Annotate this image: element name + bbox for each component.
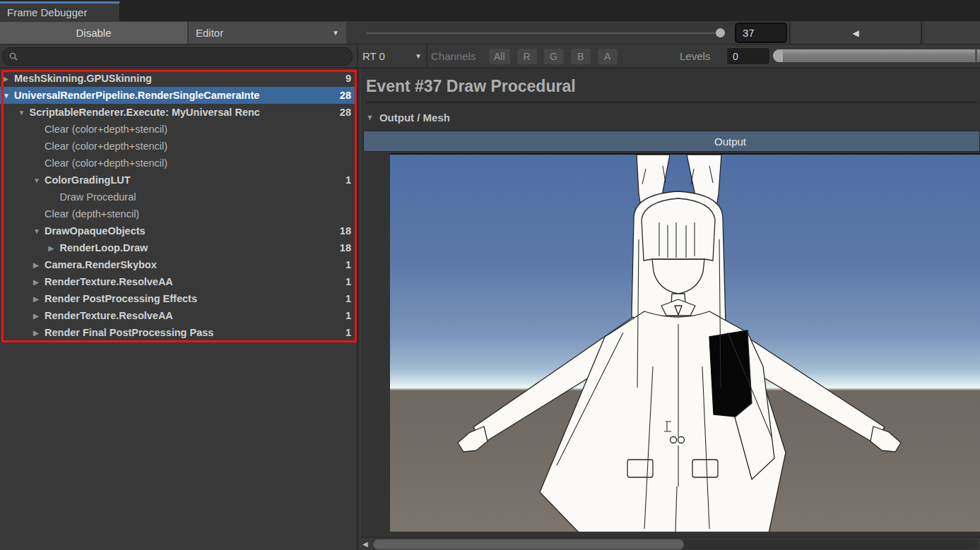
previous-event-button[interactable]: ◀	[789, 22, 922, 44]
levels-slider[interactable]	[773, 49, 980, 63]
event-count: 9	[346, 73, 357, 84]
event-label: Draw Procedural	[60, 191, 352, 203]
character-render	[390, 155, 980, 532]
event-count: 18	[340, 225, 357, 237]
output-mesh-foldout[interactable]: ▼ Output / Mesh	[366, 106, 450, 128]
render-preview	[390, 153, 980, 532]
event-title: Event #37 Draw Procedural	[366, 71, 977, 103]
tree-row[interactable]: ▶Render PostProcessing Effects1	[0, 290, 357, 307]
event-count: 1	[346, 276, 357, 287]
tab-frame-debugger[interactable]: Frame Debugger	[0, 1, 120, 21]
event-label: RenderTexture.ResolveAA	[45, 310, 346, 321]
event-label: Clear (color+depth+stencil)	[45, 124, 351, 135]
event-slider-track[interactable]	[366, 32, 721, 34]
levels-label: Levels	[680, 45, 710, 67]
levels-slider-min-handle[interactable]	[773, 49, 783, 62]
event-details-panel: Event #37 Draw Procedural ▼ Output / Mes…	[360, 68, 980, 550]
foldout-collapsed-icon[interactable]: ▶	[33, 261, 45, 269]
foldout-expanded-icon[interactable]: ▼	[3, 92, 14, 100]
foldout-label: Output / Mesh	[379, 112, 450, 124]
event-count: 28	[340, 107, 357, 118]
search-input[interactable]	[18, 51, 329, 62]
foldout-expanded-icon[interactable]: ▼	[33, 177, 45, 184]
preview-toolbar: RT 0 ▼ Channels All R G B A Levels	[357, 45, 980, 67]
event-label: Camera.RenderSkybox	[45, 259, 346, 270]
event-slider-handle[interactable]	[716, 28, 725, 37]
foldout-collapsed-icon[interactable]: ▶	[33, 278, 45, 286]
event-label: ColorGradingLUT	[45, 174, 346, 186]
scroll-left-icon[interactable]: ◀	[362, 540, 368, 548]
event-count: 1	[346, 327, 357, 338]
horizontal-scrollbar[interactable]: ◀	[360, 537, 980, 550]
foldout-collapsed-icon[interactable]: ▶	[33, 295, 45, 303]
foldout-collapsed-icon[interactable]: ▶	[33, 329, 45, 337]
chevron-down-icon: ▼	[415, 52, 422, 60]
foldout-collapsed-icon[interactable]: ▶	[49, 244, 60, 252]
foldout-expanded-icon: ▼	[366, 113, 374, 121]
tree-row[interactable]: ▶RenderTexture.ResolveAA1	[0, 307, 357, 324]
output-tab[interactable]: Output	[363, 131, 980, 152]
foldout-expanded-icon[interactable]: ▼	[33, 227, 45, 235]
event-count: 1	[346, 293, 357, 304]
target-dropdown[interactable]: Editor ▼	[189, 22, 346, 44]
render-target-value: RT 0	[362, 50, 385, 62]
channel-g-button[interactable]: G	[544, 49, 564, 64]
event-count: 1	[346, 259, 357, 270]
tree-row[interactable]: Clear (depth+stencil)	[0, 205, 357, 222]
channel-a-button[interactable]: A	[598, 49, 618, 64]
event-label: Render PostProcessing Effects	[45, 293, 346, 304]
tree-row[interactable]: Clear (color+depth+stencil)	[0, 155, 357, 172]
event-label: Clear (depth+stencil)	[45, 208, 351, 220]
channel-button-group: All R G B A	[489, 49, 618, 64]
levels-slider-max-handle[interactable]	[975, 49, 977, 62]
foldout-collapsed-icon[interactable]: ▶	[3, 75, 14, 83]
tree-row[interactable]: Draw Procedural	[0, 189, 357, 205]
event-label: UniversalRenderPipeline.RenderSingleCame…	[14, 90, 340, 101]
channel-b-button[interactable]: B	[571, 49, 591, 64]
event-label: Render Final PostProcessing Pass	[45, 327, 346, 338]
tree-row[interactable]: ▼ScriptableRenderer.Execute: MyUniversal…	[0, 104, 357, 121]
search-icon	[8, 52, 18, 61]
channel-r-button[interactable]: R	[517, 49, 537, 64]
tab-title: Frame Debugger	[7, 6, 87, 18]
tree-row[interactable]: Clear (color+depth+stencil)	[0, 138, 357, 155]
output-tab-label: Output	[714, 136, 746, 148]
channel-all-button[interactable]: All	[489, 49, 510, 64]
event-tree-panel: ▶MeshSkinning.GPUSkinning9▼UniversalRend…	[0, 68, 357, 550]
disable-button[interactable]: Disable	[0, 22, 187, 44]
event-number-field[interactable]	[735, 23, 787, 43]
tree-row[interactable]: ▶Camera.RenderSkybox1	[0, 256, 357, 273]
tree-row[interactable]: ▶RenderLoop.Draw18	[0, 239, 357, 256]
tree-row[interactable]: ▶MeshSkinning.GPUSkinning9	[0, 70, 357, 87]
scrollbar-thumb[interactable]	[373, 539, 684, 549]
event-slider[interactable]	[360, 21, 728, 44]
event-label: DrawOpaqueObjects	[45, 225, 340, 237]
tree-row[interactable]: ▼UniversalRenderPipeline.RenderSingleCam…	[0, 87, 357, 104]
chevron-down-icon: ▼	[332, 29, 339, 37]
event-count: 28	[340, 90, 357, 101]
tree-row[interactable]: Clear (color+depth+stencil)	[0, 121, 357, 138]
channels-label: Channels	[431, 45, 476, 67]
frame-debugger-window: Frame Debugger Disable Editor ▼ ◀	[0, 0, 980, 550]
levels-slider-bar[interactable]	[773, 49, 980, 62]
render-target-dropdown[interactable]: RT 0 ▼	[362, 45, 422, 67]
tab-bar: Frame Debugger	[0, 0, 980, 21]
foldout-collapsed-icon[interactable]: ▶	[33, 312, 45, 320]
event-label: Clear (color+depth+stencil)	[45, 141, 351, 152]
event-label: ScriptableRenderer.Execute: MyUniversal …	[30, 107, 340, 118]
event-count: 1	[346, 174, 357, 186]
target-dropdown-value: Editor	[196, 27, 223, 39]
event-label: MeshSkinning.GPUSkinning	[14, 73, 346, 84]
next-event-button[interactable]	[924, 22, 980, 44]
search-box[interactable]	[2, 47, 353, 66]
foldout-expanded-icon[interactable]: ▼	[18, 109, 30, 116]
event-label: Clear (color+depth+stencil)	[45, 157, 351, 169]
event-tree: ▶MeshSkinning.GPUSkinning9▼UniversalRend…	[0, 70, 357, 341]
toolbar: Disable Editor ▼ ◀	[0, 21, 980, 44]
levels-value-field[interactable]	[726, 47, 770, 65]
event-label: RenderTexture.ResolveAA	[45, 276, 346, 287]
tree-row[interactable]: ▼ColorGradingLUT1	[0, 172, 357, 189]
tree-row[interactable]: ▶RenderTexture.ResolveAA1	[0, 273, 357, 290]
tree-row[interactable]: ▼DrawOpaqueObjects18	[0, 222, 357, 239]
tree-row[interactable]: ▶Render Final PostProcessing Pass1	[0, 324, 357, 341]
